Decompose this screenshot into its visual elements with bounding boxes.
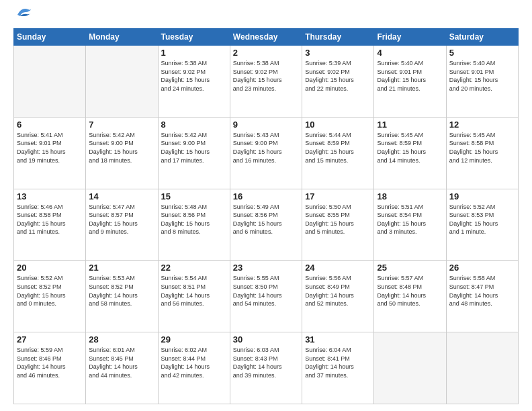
- day-number: 9: [233, 120, 299, 130]
- day-number: 30: [233, 334, 299, 345]
- day-info: Sunrise: 5:59 AM Sunset: 8:46 PM Dayligh…: [17, 346, 83, 379]
- day-info: Sunrise: 5:41 AM Sunset: 9:01 PM Dayligh…: [17, 131, 83, 165]
- calendar-cell: 2Sunrise: 5:38 AM Sunset: 9:02 PM Daylig…: [230, 46, 302, 118]
- day-number: 17: [305, 191, 371, 201]
- calendar-cell: 14Sunrise: 5:47 AM Sunset: 8:57 PM Dayli…: [86, 189, 158, 261]
- day-info: Sunrise: 5:55 AM Sunset: 8:50 PM Dayligh…: [233, 274, 299, 308]
- calendar-cell: [374, 332, 446, 404]
- day-info: Sunrise: 5:45 AM Sunset: 8:58 PM Dayligh…: [449, 131, 515, 165]
- calendar-cell: 6Sunrise: 5:41 AM Sunset: 9:01 PM Daylig…: [14, 117, 86, 189]
- calendar-week-3: 13Sunrise: 5:46 AM Sunset: 8:58 PM Dayli…: [14, 189, 519, 261]
- day-info: Sunrise: 5:49 AM Sunset: 8:56 PM Dayligh…: [233, 203, 299, 236]
- day-info: Sunrise: 5:52 AM Sunset: 8:52 PM Dayligh…: [17, 274, 83, 308]
- calendar-cell: 8Sunrise: 5:42 AM Sunset: 9:00 PM Daylig…: [158, 117, 230, 189]
- day-number: 27: [17, 334, 83, 345]
- calendar-cell: 13Sunrise: 5:46 AM Sunset: 8:58 PM Dayli…: [14, 189, 86, 261]
- day-number: 22: [161, 263, 227, 273]
- day-info: Sunrise: 5:54 AM Sunset: 8:51 PM Dayligh…: [161, 274, 227, 308]
- day-info: Sunrise: 5:56 AM Sunset: 8:49 PM Dayligh…: [305, 274, 371, 308]
- day-info: Sunrise: 5:40 AM Sunset: 9:01 PM Dayligh…: [449, 59, 515, 93]
- calendar-cell: 21Sunrise: 5:53 AM Sunset: 8:52 PM Dayli…: [86, 261, 158, 332]
- day-number: 2: [233, 48, 299, 58]
- logo-bird-icon: [15, 5, 34, 23]
- day-number: 3: [305, 48, 371, 58]
- header: [13, 11, 519, 23]
- calendar-week-4: 20Sunrise: 5:52 AM Sunset: 8:52 PM Dayli…: [14, 261, 519, 332]
- page: SundayMondayTuesdayWednesdayThursdayFrid…: [0, 0, 532, 411]
- calendar-cell: 31Sunrise: 6:04 AM Sunset: 8:41 PM Dayli…: [302, 332, 374, 404]
- header-wednesday: Wednesday: [230, 29, 302, 46]
- day-number: 11: [377, 120, 443, 130]
- calendar-week-1: 1Sunrise: 5:38 AM Sunset: 9:02 PM Daylig…: [14, 46, 519, 118]
- header-tuesday: Tuesday: [158, 29, 230, 46]
- calendar-cell: 10Sunrise: 5:44 AM Sunset: 8:59 PM Dayli…: [302, 117, 374, 189]
- day-info: Sunrise: 5:58 AM Sunset: 8:47 PM Dayligh…: [449, 274, 515, 308]
- calendar-cell: 18Sunrise: 5:51 AM Sunset: 8:54 PM Dayli…: [374, 189, 446, 261]
- day-number: 21: [89, 263, 154, 273]
- header-saturday: Saturday: [446, 29, 518, 46]
- day-number: 20: [17, 263, 83, 273]
- calendar-cell: 29Sunrise: 6:02 AM Sunset: 8:44 PM Dayli…: [158, 332, 230, 404]
- day-info: Sunrise: 5:38 AM Sunset: 9:02 PM Dayligh…: [161, 59, 227, 93]
- day-number: 23: [233, 263, 299, 273]
- day-number: 28: [89, 334, 154, 345]
- calendar-week-2: 6Sunrise: 5:41 AM Sunset: 9:01 PM Daylig…: [14, 117, 519, 189]
- day-number: 19: [449, 191, 515, 201]
- day-number: 24: [305, 263, 371, 273]
- day-info: Sunrise: 5:42 AM Sunset: 9:00 PM Dayligh…: [161, 131, 227, 165]
- day-info: Sunrise: 5:47 AM Sunset: 8:57 PM Dayligh…: [89, 203, 154, 236]
- day-info: Sunrise: 5:44 AM Sunset: 8:59 PM Dayligh…: [305, 131, 371, 165]
- calendar-cell: [14, 46, 86, 118]
- day-number: 26: [449, 263, 515, 273]
- calendar-cell: 30Sunrise: 6:03 AM Sunset: 8:43 PM Dayli…: [230, 332, 302, 404]
- calendar-cell: 7Sunrise: 5:42 AM Sunset: 9:00 PM Daylig…: [86, 117, 158, 189]
- day-number: 8: [161, 120, 227, 130]
- day-info: Sunrise: 5:38 AM Sunset: 9:02 PM Dayligh…: [233, 59, 299, 93]
- calendar-cell: 26Sunrise: 5:58 AM Sunset: 8:47 PM Dayli…: [446, 261, 518, 332]
- calendar-cell: 4Sunrise: 5:40 AM Sunset: 9:01 PM Daylig…: [374, 46, 446, 118]
- day-number: 10: [305, 120, 371, 130]
- day-number: 6: [17, 120, 83, 130]
- calendar-cell: 27Sunrise: 5:59 AM Sunset: 8:46 PM Dayli…: [14, 332, 86, 404]
- calendar-cell: 23Sunrise: 5:55 AM Sunset: 8:50 PM Dayli…: [230, 261, 302, 332]
- day-info: Sunrise: 6:02 AM Sunset: 8:44 PM Dayligh…: [161, 346, 227, 379]
- day-number: 16: [233, 191, 299, 201]
- day-info: Sunrise: 5:45 AM Sunset: 8:59 PM Dayligh…: [377, 131, 443, 165]
- calendar-cell: 3Sunrise: 5:39 AM Sunset: 9:02 PM Daylig…: [302, 46, 374, 118]
- day-number: 18: [377, 191, 443, 201]
- day-info: Sunrise: 6:01 AM Sunset: 8:45 PM Dayligh…: [89, 346, 154, 379]
- day-number: 14: [89, 191, 154, 201]
- day-info: Sunrise: 6:04 AM Sunset: 8:41 PM Dayligh…: [305, 346, 371, 379]
- calendar-cell: 15Sunrise: 5:48 AM Sunset: 8:56 PM Dayli…: [158, 189, 230, 261]
- calendar-cell: 25Sunrise: 5:57 AM Sunset: 8:48 PM Dayli…: [374, 261, 446, 332]
- day-number: 1: [161, 48, 227, 58]
- calendar-cell: 24Sunrise: 5:56 AM Sunset: 8:49 PM Dayli…: [302, 261, 374, 332]
- calendar-cell: [446, 332, 518, 404]
- calendar-cell: 22Sunrise: 5:54 AM Sunset: 8:51 PM Dayli…: [158, 261, 230, 332]
- day-info: Sunrise: 5:46 AM Sunset: 8:58 PM Dayligh…: [17, 203, 83, 236]
- day-number: 5: [449, 48, 515, 58]
- day-info: Sunrise: 5:43 AM Sunset: 9:00 PM Dayligh…: [233, 131, 299, 165]
- calendar-week-5: 27Sunrise: 5:59 AM Sunset: 8:46 PM Dayli…: [14, 332, 519, 404]
- header-monday: Monday: [86, 29, 158, 46]
- header-thursday: Thursday: [302, 29, 374, 46]
- calendar-cell: 16Sunrise: 5:49 AM Sunset: 8:56 PM Dayli…: [230, 189, 302, 261]
- header-friday: Friday: [374, 29, 446, 46]
- day-info: Sunrise: 5:53 AM Sunset: 8:52 PM Dayligh…: [89, 274, 154, 308]
- day-info: Sunrise: 5:42 AM Sunset: 9:00 PM Dayligh…: [89, 131, 154, 165]
- day-number: 29: [161, 334, 227, 345]
- calendar-cell: 19Sunrise: 5:52 AM Sunset: 8:53 PM Dayli…: [446, 189, 518, 261]
- day-number: 25: [377, 263, 443, 273]
- day-info: Sunrise: 5:51 AM Sunset: 8:54 PM Dayligh…: [377, 203, 443, 236]
- calendar-cell: 9Sunrise: 5:43 AM Sunset: 9:00 PM Daylig…: [230, 117, 302, 189]
- calendar-cell: 20Sunrise: 5:52 AM Sunset: 8:52 PM Dayli…: [14, 261, 86, 332]
- calendar-cell: 12Sunrise: 5:45 AM Sunset: 8:58 PM Dayli…: [446, 117, 518, 189]
- logo-text: [13, 11, 34, 23]
- day-info: Sunrise: 5:48 AM Sunset: 8:56 PM Dayligh…: [161, 203, 227, 236]
- calendar-cell: [86, 46, 158, 118]
- header-sunday: Sunday: [14, 29, 86, 46]
- calendar-cell: 17Sunrise: 5:50 AM Sunset: 8:55 PM Dayli…: [302, 189, 374, 261]
- day-number: 31: [305, 334, 371, 345]
- day-info: Sunrise: 5:52 AM Sunset: 8:53 PM Dayligh…: [449, 203, 515, 236]
- day-number: 13: [17, 191, 83, 201]
